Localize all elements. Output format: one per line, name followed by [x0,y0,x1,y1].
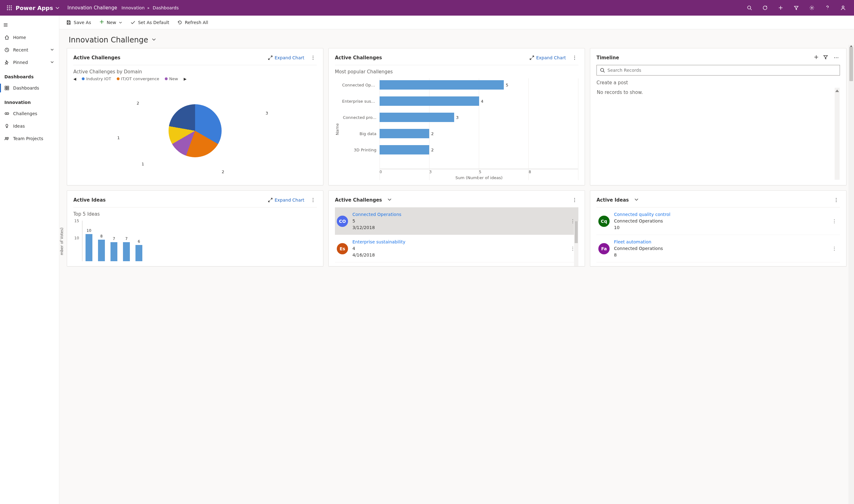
record-line2: Connected Operations [614,246,663,251]
timeline-add-button[interactable] [814,55,819,61]
row-overflow-button[interactable]: ⋮ [831,217,838,225]
bar-value: 2 [431,148,433,152]
svg-point-3 [7,7,8,8]
set-default-button[interactable]: Set As Default [130,20,169,25]
svg-point-16 [5,137,6,139]
bar-row[interactable]: Connected Ope...5 [342,80,579,90]
record-link[interactable]: Connected quality control [614,212,671,217]
pie-chart[interactable]: 3 2 1 1 2 [73,81,317,180]
record-link[interactable]: Enterprise sustainability [352,239,406,244]
bar-row[interactable]: Big data2 [342,129,579,138]
saveas-button[interactable]: Save As [66,20,91,25]
sidebar-item-recent[interactable]: Recent [0,44,59,56]
add-button[interactable] [773,0,788,16]
list-item[interactable]: CqConnected quality controlConnected Ope… [597,208,840,235]
record-line2: Connected Operations [614,218,663,223]
sidebar-group-label: Dashboards [0,69,59,82]
bar-category: Enterprise sust... [342,99,376,104]
sidebar-item-challenges[interactable]: Challenges [0,107,59,120]
timeline-search-input[interactable] [607,68,837,73]
bar-row[interactable]: Enterprise sust...4 [342,96,579,106]
record-link[interactable]: Fleet automation [614,239,652,244]
svg-point-2 [11,6,12,6]
brand-label[interactable]: Power Apps [16,5,53,11]
sidebar-item-team-projects[interactable]: Team Projects [0,132,59,145]
legend-item[interactable]: Industry IOT [82,76,111,81]
scrollbar[interactable] [835,88,840,180]
bar-chart[interactable]: 15 10 108776 [82,221,317,261]
breadcrumb-item[interactable]: Dashboards [153,5,179,10]
bar[interactable]: 7 [110,242,117,261]
scrollbar[interactable] [574,221,579,266]
sidebar: Home Recent Pinned Dashboards Dashboards… [0,16,59,504]
filter-button[interactable] [788,0,804,16]
app-name[interactable]: Innovation Challenge [67,5,117,11]
svg-point-0 [7,6,8,6]
sidebar-item-pinned[interactable]: Pinned [0,56,59,69]
plus-icon [99,19,104,24]
breadcrumb-item[interactable]: Innovation [121,5,144,10]
list-item[interactable]: EsEnterprise sustainability44/16/2018⋮ [335,235,579,263]
account-button[interactable] [835,0,851,16]
chart-subtitle: Top 5 Ideas [73,211,317,217]
list-item[interactable]: FaFleet automationConnected Operations8⋮ [597,235,840,263]
bar-value: 4 [481,99,483,104]
search-icon [600,68,605,73]
new-button[interactable]: New [99,19,123,25]
bar[interactable]: 7 [123,242,130,261]
app-launcher-icon[interactable] [3,5,16,10]
sidebar-item-home[interactable]: Home [0,31,59,44]
expand-chart-button[interactable]: Expand Chart [268,55,304,60]
legend-next-button[interactable]: ▶ [183,77,186,81]
legend-item[interactable]: New [165,76,178,81]
view-selector[interactable] [387,197,392,203]
sidebar-item-dashboards[interactable]: Dashboards [0,82,59,94]
list-item[interactable]: COConnected Operations53/12/2018⋮ [335,208,579,235]
bar[interactable]: 8 [98,240,105,261]
gear-icon [809,5,814,10]
bar-value: 5 [506,83,508,87]
row-overflow-button[interactable]: ⋮ [831,244,838,253]
expand-chart-button[interactable]: Expand Chart [529,55,566,60]
brand-dropdown[interactable] [55,5,60,10]
bar-row[interactable]: Connected pro...3 [342,113,579,122]
record-link[interactable]: Connected Operations [352,212,402,217]
legend-item[interactable]: IT/OT convergence [117,76,159,81]
chart-subtitle: Active Challenges by Domain [73,69,317,75]
bar[interactable]: 10 [86,234,92,261]
help-button[interactable] [820,0,835,16]
svg-point-11 [811,7,813,8]
bar-category: Big data [342,131,376,136]
timeline-filter-button[interactable] [823,55,828,61]
question-icon [825,5,830,10]
card-overflow-button[interactable]: ⋮ [833,196,840,204]
main-scrollbar[interactable] [848,45,854,504]
sidebar-item-ideas[interactable]: Ideas [0,120,59,132]
card-overflow-button[interactable]: ⋮ [309,53,317,62]
create-post-link[interactable]: Create a post [597,80,840,86]
legend-prev-button[interactable]: ◀ [73,77,76,81]
bar-chart[interactable]: Name Connected Ope...5Enterprise sust...… [335,78,579,180]
expand-chart-button[interactable]: Expand Chart [268,198,304,202]
timeline-search[interactable] [597,65,840,75]
assistant-button[interactable] [757,0,773,16]
page-title: Innovation Challenge [69,36,148,44]
record-line3: 8 [614,252,617,257]
bar[interactable]: 6 [136,245,142,261]
title-dropdown[interactable] [152,37,156,43]
refresh-button[interactable]: Refresh All [177,20,208,25]
card-overflow-button[interactable]: ⋮ [309,196,317,204]
timeline-overflow-button[interactable]: ⋯ [833,53,840,62]
dashboard-scroll[interactable]: Active Challenges Expand Chart ⋮ Active … [59,48,854,504]
view-selector[interactable] [634,197,639,203]
bar-row[interactable]: 3D Printing2 [342,145,579,155]
sidebar-item-label: Home [13,35,26,40]
card-overflow-button[interactable]: ⋮ [571,196,579,204]
search-button[interactable] [742,0,757,16]
expand-icon [268,55,273,60]
settings-button[interactable] [804,0,820,16]
chart-legend: ◀ Industry IOT IT/OT convergence New ▶ [73,76,317,81]
expand-icon [529,55,534,60]
sidebar-toggle[interactable] [0,19,59,31]
card-overflow-button[interactable]: ⋮ [571,53,579,62]
